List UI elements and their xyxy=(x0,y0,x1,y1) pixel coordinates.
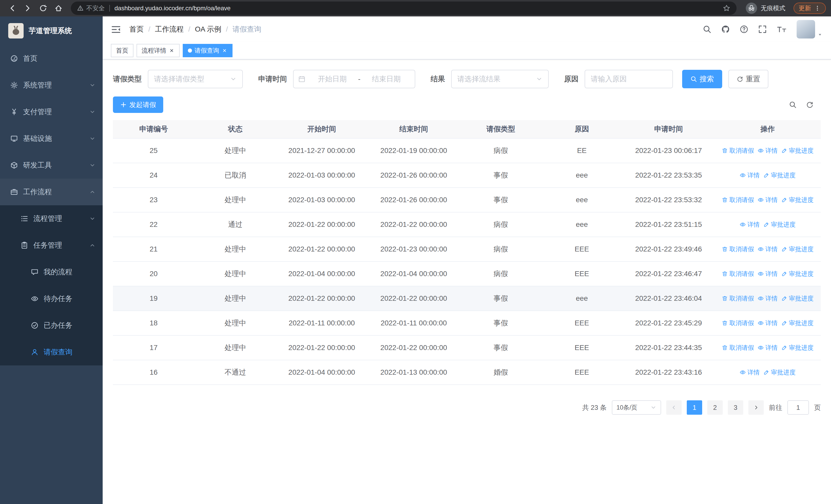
detail-link[interactable]: 详情 xyxy=(757,344,778,352)
apply-time-range-picker[interactable]: 开始日期 - 结束日期 xyxy=(293,70,415,88)
cell-status: 处理中 xyxy=(194,269,277,279)
sidebar-item-label: 基础设施 xyxy=(23,134,52,144)
calendar-icon xyxy=(298,76,306,83)
search-button[interactable]: 搜索 xyxy=(682,70,722,88)
sidebar-item-leave-query[interactable]: 请假查询 xyxy=(0,339,103,365)
sidebar-item-task-management[interactable]: 任务管理 xyxy=(0,232,103,259)
leave-type-select[interactable]: 请选择请假类型 xyxy=(148,70,243,88)
edit-icon xyxy=(781,345,787,351)
sidebar-item-process-management[interactable]: 流程管理 xyxy=(0,205,103,232)
detail-link[interactable]: 详情 xyxy=(757,270,778,278)
approval-progress-label: 审批进度 xyxy=(789,245,813,253)
column-header-leave-type: 请假类型 xyxy=(460,124,541,134)
breadcrumb-workflow[interactable]: 工作流程 xyxy=(155,24,184,34)
approval-progress-link[interactable]: 审批进度 xyxy=(781,245,813,253)
help-icon[interactable] xyxy=(740,25,748,34)
cell-id: 22 xyxy=(113,220,194,229)
next-page-button[interactable] xyxy=(748,400,764,415)
page-size-select[interactable]: 10条/页 xyxy=(612,400,661,415)
cancel-leave-link[interactable]: 取消请假 xyxy=(722,196,754,204)
yen-icon xyxy=(10,108,18,116)
sidebar-item-done-tasks[interactable]: 已办任务 xyxy=(0,312,103,339)
font-size-icon[interactable] xyxy=(777,25,787,33)
browser-forward-button[interactable] xyxy=(21,1,35,16)
sidebar-item-todo-tasks[interactable]: 待办任务 xyxy=(0,285,103,312)
browser-back-button[interactable] xyxy=(5,1,20,16)
trash-icon xyxy=(722,320,728,326)
detail-link[interactable]: 详情 xyxy=(740,171,760,179)
cancel-leave-link[interactable]: 取消请假 xyxy=(722,319,754,327)
tab-leave-query[interactable]: 请假查询 xyxy=(183,44,232,57)
approval-progress-link[interactable]: 审批进度 xyxy=(763,171,796,179)
cancel-leave-link[interactable]: 取消请假 xyxy=(722,270,754,278)
approval-progress-link[interactable]: 审批进度 xyxy=(781,344,813,352)
tab-home[interactable]: 首页 xyxy=(111,44,134,57)
sidebar-item-my-processes[interactable]: 我的流程 xyxy=(0,259,103,285)
reason-input[interactable] xyxy=(591,75,667,83)
page-button-1[interactable]: 1 xyxy=(687,400,702,415)
sidebar-item-infrastructure[interactable]: 基础设施 xyxy=(0,125,103,152)
approval-progress-link[interactable]: 审批进度 xyxy=(781,147,813,155)
fullscreen-icon[interactable] xyxy=(758,25,767,34)
github-icon[interactable] xyxy=(721,25,730,34)
address-bar[interactable]: 不安全 dashboard.yudao.iocoder.cn/bpm/oa/le… xyxy=(71,2,737,15)
cancel-leave-link[interactable]: 取消请假 xyxy=(722,245,754,253)
app-logo[interactable]: 芋道管理系统 xyxy=(0,17,103,45)
browser-update-button[interactable]: 更新 xyxy=(794,3,826,14)
detail-label: 详情 xyxy=(747,171,760,179)
approval-progress-label: 审批进度 xyxy=(789,270,813,278)
eye-icon xyxy=(757,271,764,277)
cancel-leave-link[interactable]: 取消请假 xyxy=(722,147,754,155)
reset-button[interactable]: 重置 xyxy=(728,70,768,88)
page-button-2[interactable]: 2 xyxy=(707,400,723,415)
tab-process-detail[interactable]: 流程详情 xyxy=(137,44,180,57)
detail-link[interactable]: 详情 xyxy=(740,368,760,377)
browser-menu-dots-icon[interactable] xyxy=(814,5,821,11)
tab-close-icon[interactable] xyxy=(169,48,174,53)
detail-link[interactable]: 详情 xyxy=(757,147,778,155)
browser-home-button[interactable] xyxy=(51,1,66,16)
user-menu[interactable] xyxy=(797,20,823,38)
approval-progress-link[interactable]: 审批进度 xyxy=(781,294,813,302)
edit-icon xyxy=(763,172,769,178)
detail-link[interactable]: 详情 xyxy=(757,319,778,327)
detail-link[interactable]: 详情 xyxy=(740,220,760,229)
approval-progress-link[interactable]: 审批进度 xyxy=(781,319,813,327)
chevron-down-icon xyxy=(89,162,95,168)
cell-end-time: 2022-01-22 00:00:00 xyxy=(367,220,460,229)
column-header-end-time: 结束时间 xyxy=(367,124,460,134)
create-leave-button[interactable]: 发起请假 xyxy=(113,96,163,113)
detail-label: 详情 xyxy=(765,245,778,253)
cancel-leave-link[interactable]: 取消请假 xyxy=(722,344,754,352)
tab-close-icon[interactable] xyxy=(222,48,227,53)
sidebar-item-workflow[interactable]: 工作流程 xyxy=(0,179,103,205)
detail-link[interactable]: 详情 xyxy=(757,196,778,204)
detail-link[interactable]: 详情 xyxy=(757,294,778,302)
chevron-down-icon xyxy=(89,215,95,222)
result-select[interactable]: 请选择流结果 xyxy=(451,70,549,88)
breadcrumb-home[interactable]: 首页 xyxy=(130,24,144,34)
search-icon[interactable] xyxy=(703,25,711,34)
sidebar-item-dev-tools[interactable]: 研发工具 xyxy=(0,152,103,179)
prev-page-button[interactable] xyxy=(666,400,682,415)
sidebar-item-home[interactable]: 首页 xyxy=(0,45,103,72)
cell-status: 处理中 xyxy=(194,195,277,205)
sidebar-item-system-management[interactable]: 系统管理 xyxy=(0,72,103,98)
table-refresh-icon[interactable] xyxy=(806,101,813,109)
table-search-toggle-icon[interactable] xyxy=(789,101,797,109)
page-button-3[interactable]: 3 xyxy=(728,400,743,415)
cancel-leave-link[interactable]: 取消请假 xyxy=(722,294,754,302)
approval-progress-link[interactable]: 审批进度 xyxy=(763,220,796,229)
breadcrumb-oa-example[interactable]: OA 示例 xyxy=(195,24,222,34)
sidebar-item-payment-management[interactable]: 支付管理 xyxy=(0,98,103,125)
avatar[interactable] xyxy=(797,20,815,38)
search-icon xyxy=(690,76,697,82)
bookmark-star-icon[interactable] xyxy=(723,4,730,12)
browser-reload-button[interactable] xyxy=(36,1,50,16)
approval-progress-link[interactable]: 审批进度 xyxy=(781,270,813,278)
sidebar-collapse-button[interactable] xyxy=(111,24,121,34)
goto-page-input[interactable] xyxy=(787,400,809,415)
approval-progress-link[interactable]: 审批进度 xyxy=(781,196,813,204)
approval-progress-link[interactable]: 审批进度 xyxy=(763,368,796,377)
detail-link[interactable]: 详情 xyxy=(757,245,778,253)
